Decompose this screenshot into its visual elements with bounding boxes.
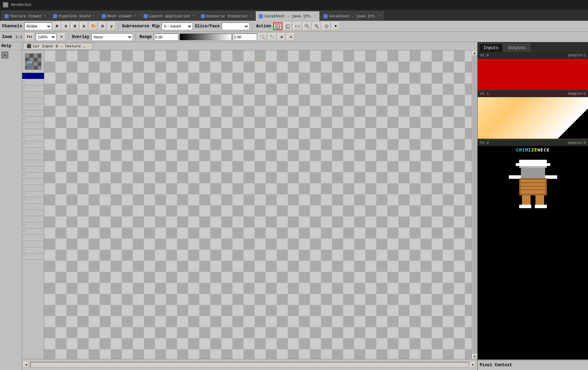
- b-button[interactable]: B: [71, 22, 79, 30]
- code-button[interactable]: [293, 22, 302, 30]
- sidebar-item-0[interactable]: —: [22, 73, 44, 79]
- sampler-fs0-preview[interactable]: CHIMIZEWECE: [478, 146, 588, 359]
- sidebar-item-29[interactable]: —: [22, 253, 44, 260]
- hue-button[interactable]: 🎨: [89, 22, 98, 30]
- tab-icon-pipeline: [53, 14, 57, 18]
- svg-rect-26: [519, 166, 547, 168]
- texture-canvas-area[interactable]: ⚠: [44, 50, 472, 359]
- sidebar-item-23[interactable]: —: [22, 216, 44, 222]
- channels-select[interactable]: RGBA RGB R G B A: [24, 22, 52, 30]
- sampler-vs1-preview[interactable]: [478, 97, 588, 139]
- expand-button[interactable]: [322, 22, 331, 30]
- sidebar-item-27[interactable]: —: [22, 241, 44, 247]
- sidebar-item-5[interactable]: —: [22, 104, 44, 110]
- texture-current-tab[interactable]: ⬛ Cur Input 0 – Texture … …: [24, 43, 93, 50]
- texture-tab-more[interactable]: …: [88, 44, 90, 48]
- zoom-percent-select[interactable]: 100% 50% 200% 400%: [36, 33, 56, 41]
- r-button[interactable]: R: [53, 22, 61, 30]
- range-max-input[interactable]: [233, 34, 257, 40]
- zoom-in-button[interactable]: +: [58, 33, 65, 41]
- sidebar-item-21[interactable]: —: [22, 204, 44, 210]
- tab-close-mesh[interactable]: ×: [135, 14, 137, 18]
- sidebar-item-25[interactable]: —: [22, 229, 44, 235]
- sidebar-item-19[interactable]: —: [22, 191, 44, 197]
- key-button[interactable]: [313, 22, 321, 30]
- sidebar-item-7[interactable]: —: [22, 117, 44, 123]
- tab-close-launch[interactable]: ×: [192, 14, 194, 18]
- horizontal-scrollbar[interactable]: [30, 362, 469, 368]
- action-label: Action: [255, 24, 272, 29]
- sidebar-item-6[interactable]: —: [22, 110, 44, 117]
- tab-close-resource[interactable]: ×: [250, 14, 252, 18]
- sidebar-item-16[interactable]: —: [22, 173, 44, 179]
- sidebar-item-9[interactable]: —: [22, 129, 44, 135]
- range-full-button[interactable]: ⇥: [287, 33, 294, 41]
- range-min-input[interactable]: [154, 34, 178, 40]
- sidebar-item-8[interactable]: —: [22, 123, 44, 129]
- overlay-select[interactable]: None Wireframe Depth: [91, 33, 133, 41]
- scroll-right-btn[interactable]: ▶: [470, 362, 476, 368]
- sidebar-item-3[interactable]: —: [22, 92, 44, 98]
- sidebar-item-26[interactable]: —: [22, 235, 44, 241]
- mip-label: Mip: [151, 24, 160, 29]
- sidebar-item-12[interactable]: —: [22, 148, 44, 154]
- range-gradient-bar[interactable]: [180, 34, 231, 40]
- sidebar-item-24[interactable]: —: [22, 222, 44, 229]
- range-pick-button[interactable]: 🔧: [268, 33, 276, 41]
- sidebar-item-17[interactable]: —: [22, 179, 44, 185]
- range-zoom-button[interactable]: 🔍: [258, 33, 267, 41]
- pencil-icon[interactable]: ✏: [1, 52, 8, 58]
- bottom-area: ◀ ▶: [22, 359, 477, 370]
- tab-localhost-java-1[interactable]: localhost - java [PI… ×: [256, 11, 320, 21]
- sampler-vs0-preview[interactable]: [478, 59, 588, 90]
- sliceface-select[interactable]: [222, 22, 249, 30]
- range-reset-button[interactable]: ↺: [278, 33, 285, 41]
- svg-rect-19: [38, 66, 42, 70]
- sidebar-item-14[interactable]: —: [22, 160, 44, 166]
- sidebar-item-10[interactable]: —: [22, 135, 44, 141]
- sidebar-item-2[interactable]: —: [22, 85, 44, 92]
- tab-launch-application[interactable]: Launch Application ×: [140, 11, 197, 21]
- sidebar-item-4[interactable]: —: [22, 98, 44, 104]
- sidebar-item-13[interactable]: —: [22, 154, 44, 160]
- a-button[interactable]: A: [80, 22, 88, 30]
- search-button[interactable]: [303, 22, 311, 30]
- tab-localhost-java-2[interactable]: localhost - java [PI… ×: [320, 11, 384, 21]
- toolbar-row-1: Channels RGBA RGB R G B A R G B A 🎨 ⊞ γ …: [0, 21, 588, 32]
- tab-close-localhost2[interactable]: ×: [379, 14, 381, 18]
- copy-button[interactable]: [284, 22, 292, 30]
- sidebar-item-20[interactable]: —: [22, 197, 44, 204]
- grid-button[interactable]: ⊞: [99, 22, 107, 30]
- tab-close-localhost1[interactable]: ×: [314, 14, 316, 18]
- tab-close-texture[interactable]: ×: [44, 14, 46, 18]
- svg-rect-37: [535, 205, 547, 208]
- gamma-button[interactable]: γ: [108, 22, 116, 30]
- g-button[interactable]: G: [62, 22, 70, 30]
- scroll-track[interactable]: [472, 55, 477, 354]
- tab-inputs[interactable]: Inputs: [479, 44, 503, 52]
- subresource-label: Subresource: [121, 24, 150, 29]
- tab-mesh-viewer[interactable]: Mesh Viewer ×: [99, 11, 140, 21]
- vertical-scrollbar[interactable]: ▲ ▼: [472, 50, 477, 359]
- scroll-up-btn[interactable]: ▲: [472, 50, 477, 55]
- svg-rect-33: [521, 189, 545, 190]
- tab-pipeline-state[interactable]: Pipeline State ×: [50, 11, 98, 21]
- fit-button[interactable]: Fit: [25, 33, 34, 41]
- mip-select[interactable]: 0 – 64x64: [162, 22, 193, 30]
- scroll-down-btn[interactable]: ▼: [472, 354, 477, 359]
- sidebar-item-18[interactable]: —: [22, 185, 44, 191]
- sidebar-item-22[interactable]: —: [22, 210, 44, 216]
- sliceface-label: Slice/Face: [194, 24, 220, 29]
- scroll-left-btn[interactable]: ◀: [24, 362, 29, 368]
- sidebar-item-15[interactable]: —: [22, 166, 44, 173]
- save-button[interactable]: [273, 22, 282, 30]
- sidebar-item-11[interactable]: —: [22, 141, 44, 148]
- dropdown-button[interactable]: ▼: [332, 22, 340, 30]
- close-button[interactable]: ×: [3, 2, 8, 8]
- tab-texture-viewer[interactable]: Texture Viewer ×: [1, 11, 49, 21]
- tab-outputs[interactable]: Outputs: [504, 44, 530, 52]
- sidebar-item-1[interactable]: —: [22, 79, 44, 85]
- tab-close-pipeline[interactable]: ×: [93, 14, 95, 18]
- tab-resource-inspector[interactable]: Resource Inspector ×: [198, 11, 255, 21]
- sidebar-item-28[interactable]: —: [22, 247, 44, 253]
